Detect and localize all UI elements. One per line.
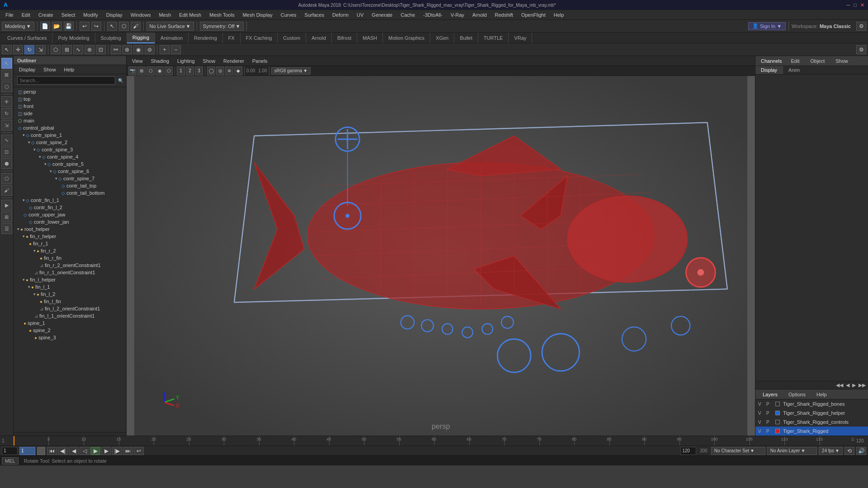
vp-motion-btn[interactable]: ≋ [225, 66, 233, 75]
menu-item-mesh-tools[interactable]: Mesh Tools [206, 11, 238, 19]
ik-handle-btn[interactable]: ⚯ [111, 45, 121, 54]
modeling-mode-selector[interactable]: Modeling ▼ [2, 22, 34, 31]
outliner-item[interactable]: ▾ ◇ contr_spine_5 [14, 160, 126, 168]
playback-settings-btn[interactable]: ⟲ [844, 447, 854, 455]
menu-item-surfaces[interactable]: Surfaces [301, 11, 328, 19]
menu-item-edit-mesh[interactable]: Edit Mesh [175, 11, 205, 19]
vp-grid-btn[interactable]: ⊞ [137, 66, 146, 75]
channels-object-menu[interactable]: Object [807, 57, 828, 65]
select-mode-btn[interactable]: ↖ [2, 45, 12, 54]
tab-animation[interactable]: Animation [155, 33, 189, 43]
outliner-item[interactable]: ▾ ● fin_l_1 [14, 283, 126, 291]
viewport-renderer-menu[interactable]: Renderer [220, 57, 248, 65]
menu-item-redshift[interactable]: Redshift [491, 11, 517, 19]
vp-ssao-btn[interactable]: ◆ [234, 66, 242, 75]
snap-point-btn[interactable]: ⊕ [85, 45, 94, 54]
layer-pickable-btn[interactable]: P [766, 429, 773, 434]
tab-arnold[interactable]: Arnold [306, 33, 332, 43]
outliner-arrow[interactable]: ▾ [33, 292, 36, 296]
layer-pickable-btn[interactable]: P [766, 402, 773, 407]
outliner-show-menu[interactable]: Show [40, 66, 60, 73]
outliner-item[interactable]: ◇ control_global [14, 124, 126, 131]
new-scene-btn[interactable]: 📄 [40, 22, 50, 31]
outliner-arrow[interactable]: ▾ [17, 227, 19, 231]
menu-item-deform[interactable]: Deform [329, 11, 352, 19]
tab-rendering[interactable]: Rendering [189, 33, 223, 43]
undo-btn[interactable]: ↩ [80, 22, 90, 31]
vp-texture-btn[interactable]: ⬠ [165, 66, 173, 75]
outliner-item[interactable]: ⊿ fin_l_2_orientConstraint1 [14, 305, 126, 312]
mel-label[interactable]: MEL [2, 457, 19, 465]
current-frame-input[interactable] [19, 447, 35, 455]
layers-prev-btn[interactable]: ◀◀ [835, 382, 844, 388]
layer-pickable-btn[interactable]: P [766, 411, 773, 416]
outliner-arrow[interactable]: ▾ [44, 162, 47, 166]
outliner-search-icon[interactable]: 🔍 [117, 77, 124, 84]
select-tool-icon[interactable]: ↖ [1, 58, 12, 69]
outliner-item[interactable]: ● spine_2 [14, 327, 126, 334]
tab-turtle[interactable]: TURTLE [478, 33, 509, 43]
menu-item-file[interactable]: File [2, 11, 17, 19]
surface-tool-icon[interactable]: ⊡ [1, 146, 12, 157]
menu-item-help[interactable]: Help [550, 11, 568, 19]
vp-reso1-btn[interactable]: 1 [177, 66, 185, 75]
outliner-arrow[interactable]: ▾ [23, 198, 25, 202]
outliner-item[interactable]: ◫ persp [14, 88, 126, 95]
menu-item-edit[interactable]: Edit [18, 11, 34, 19]
layer-row[interactable]: V P Tiger_Shark_Rigged [755, 427, 868, 436]
outliner-arrow[interactable]: ▾ [33, 249, 36, 253]
start-frame-input[interactable] [2, 447, 18, 455]
outliner-item[interactable]: ◫ front [14, 103, 126, 110]
menu-item-windows[interactable]: Windows [127, 11, 155, 19]
open-scene-btn[interactable]: 📂 [52, 22, 62, 31]
vp-dof-btn[interactable]: ◎ [216, 66, 224, 75]
outliner-item[interactable]: ▾ ● root_helper [14, 225, 126, 233]
channels-tab[interactable]: Channels [759, 57, 783, 65]
outliner-item[interactable]: ▾ ◇ contr_spine_7 [14, 175, 126, 182]
menu-item-uv[interactable]: UV [353, 11, 367, 19]
layers-options-menu[interactable]: Options [785, 391, 809, 398]
tab-curves---surfaces[interactable]: Curves / Surfaces [2, 33, 52, 43]
close-btn[interactable]: ✕ [860, 2, 864, 8]
outliner-arrow[interactable]: ▾ [28, 140, 30, 145]
timeline-track[interactable]: 5101520253035404550556065707580859095100… [14, 436, 854, 446]
viewport-canvas[interactable]: persp Y X [127, 76, 755, 436]
deformer-btn[interactable]: ⊜ [145, 45, 155, 54]
snap-curve-btn[interactable]: ∿ [73, 45, 83, 54]
layers-end-btn[interactable]: ▶▶ [857, 382, 867, 388]
menu-item---dtoall-[interactable]: -3DtoAll- [420, 11, 446, 19]
outliner-item[interactable]: ▾ ◇ contr_spine_3 [14, 146, 126, 153]
layer-visibility-btn[interactable]: V [758, 420, 764, 425]
outliner-arrow[interactable]: ▾ [55, 176, 57, 181]
outliner-item[interactable]: ▾ ● fin_l_helper [14, 276, 126, 283]
layer-row[interactable]: V P Tiger_Shark_Rigged_controls [755, 418, 868, 427]
fps-selector[interactable]: 24 fps ▼ [819, 447, 843, 455]
viewport-show-menu[interactable]: Show [199, 57, 219, 65]
tab-rigging[interactable]: Rigging [127, 33, 155, 43]
menu-item-select[interactable]: Select [58, 11, 79, 19]
paint-btn[interactable]: 🖌 [131, 22, 141, 31]
outliner-item[interactable]: ⬡ main [14, 117, 126, 124]
outliner-arrow[interactable]: ▾ [50, 169, 52, 174]
vp-shade-btn[interactable]: ◉ [156, 66, 164, 75]
outliner-item[interactable]: ⊿ fin_r_2_orientConstraint1 [14, 262, 126, 269]
prev-frame-btn[interactable]: ◀ [69, 447, 79, 455]
viewport-panels-menu[interactable]: Panels [249, 57, 271, 65]
snap-grid-btn[interactable]: ⊞ [62, 45, 72, 54]
outliner-item[interactable]: ▾ ◇ contr_spine_1 [14, 131, 126, 139]
paint-tool-icon[interactable]: 🖌 [1, 185, 12, 196]
outliner-item[interactable]: ▾ ◇ contr_spine_2 [14, 139, 126, 146]
soft-select-btn[interactable]: ⬠ [51, 45, 61, 54]
outliner-item[interactable]: ◫ side [14, 110, 126, 117]
tab-custom[interactable]: Custom [278, 33, 306, 43]
lasso-tool-btn[interactable]: ⬡ [119, 22, 129, 31]
character-set-selector[interactable]: No Character Set ▼ [711, 447, 765, 455]
minimize-btn[interactable]: ─ [847, 2, 850, 8]
menu-item-mesh-display[interactable]: Mesh Display [239, 11, 276, 19]
live-surface-btn[interactable]: No Live Surface ▼ [146, 22, 194, 31]
playback-end-input[interactable] [680, 447, 696, 455]
layer-row[interactable]: V P Tiger_Shark_Rigged_helper [755, 408, 868, 418]
sign-in-btn[interactable]: 👤 Sign In ▼ [748, 22, 786, 30]
snap-view-btn[interactable]: ⊡ [96, 45, 106, 54]
outliner-item[interactable]: ◇ contr_tail_top [14, 182, 126, 189]
